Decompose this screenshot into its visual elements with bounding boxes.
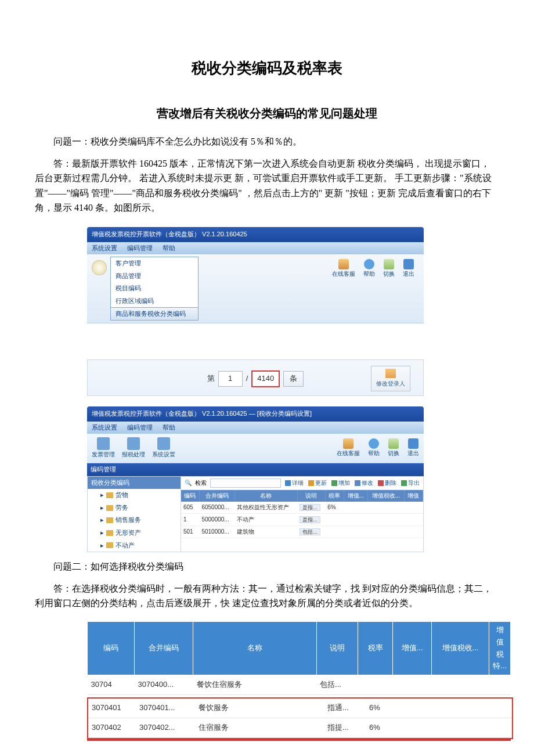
pager-sep: / (246, 373, 248, 385)
toolbar-1: 客户管理 商品管理 税目编码 行政区域编码 商品和服务税收分类编码 在线客服 帮… (87, 254, 424, 323)
toolbar-switch[interactable]: 切换 (383, 259, 395, 279)
toolbar-2: 发票管理 报税处理 系统设置 在线客服 帮助 切换 退出 (87, 434, 424, 463)
edit-button[interactable]: 修改 (355, 478, 373, 488)
col-name[interactable]: 名称 (234, 490, 297, 502)
col-vat2[interactable]: 增值税收... (367, 490, 404, 502)
update-button[interactable]: 更新 (308, 478, 327, 488)
doc-subtitle: 营改增后有关税收分类编码的常见问题处理 (35, 104, 499, 123)
col2-rate[interactable]: 税率 (358, 622, 393, 675)
doc-title: 税收分类编码及税率表 (35, 56, 499, 81)
pager-current[interactable]: 1 (218, 371, 243, 387)
switch-icon (388, 438, 399, 449)
col2-vat1[interactable]: 增值... (393, 622, 431, 675)
col-vat3[interactable]: 增值 (404, 490, 423, 502)
search-input[interactable] (210, 478, 281, 488)
help-icon (364, 259, 374, 269)
table2-row[interactable]: 30704023070402...住宿服务指提...6% (88, 718, 512, 737)
grid-header-row: 编码 合并编码 名称 说明 税率 增值... 增值税收... 增值 (181, 490, 423, 502)
gear-icon (92, 260, 107, 275)
tree-header: 编码管理 (87, 463, 424, 476)
menu-system-settings[interactable]: 系统设置 (92, 244, 117, 251)
toolbar2-help[interactable]: 帮助 (368, 438, 380, 458)
classification-table-highlighted: 30704013070401...餐饮服务指通...6% 30704023070… (88, 699, 512, 738)
tree-panel: 税收分类编码 ▸货物 ▸劳务 ▸销售服务 ▸无形资产 ▸不动产 (88, 477, 181, 552)
user-icon (385, 369, 396, 378)
col2-vat2[interactable]: 增值税收... (431, 622, 489, 675)
col2-code[interactable]: 编码 (88, 622, 135, 675)
dropdown-item-customer[interactable]: 客户管理 (111, 257, 198, 270)
screenshot-software-1: 增值税发票税控开票软件（金税盘版） V2.1.20.160425 系统设置 编码… (87, 227, 424, 552)
table2-row[interactable]: 307043070400...餐饮住宿服务包括... (88, 675, 511, 695)
menu-bar-1: 系统设置 编码管理 帮助 (87, 242, 424, 255)
dropdown-item-taxcode[interactable]: 税目编码 (111, 282, 198, 295)
col-merge[interactable]: 合并编码 (199, 490, 234, 502)
switch-icon (384, 259, 394, 269)
toolbar2-online-service[interactable]: 在线客服 (337, 438, 360, 458)
folder-icon (106, 505, 113, 511)
invoice-icon[interactable] (97, 437, 110, 450)
col-vat1[interactable]: 增值... (344, 490, 367, 502)
grid-row[interactable]: 5015010000...建筑物包括... (181, 525, 423, 538)
col-rate[interactable]: 税率 (325, 490, 344, 502)
menu-help[interactable]: 帮助 (163, 244, 175, 251)
red-underline (87, 739, 511, 741)
tree-root[interactable]: 税收分类编码 (88, 477, 181, 489)
dropdown-item-tax-classification[interactable]: 商品和服务税收分类编码 (110, 307, 199, 321)
grid-row[interactable]: 6056050000...其他权益性无形资产是指...6% (181, 502, 423, 514)
dropdown-item-region[interactable]: 行政区域编码 (111, 295, 198, 308)
grid-row[interactable]: 15000000...不动产是指... (181, 513, 423, 525)
folder-icon (106, 492, 113, 498)
exit-icon (403, 259, 414, 269)
search-icon: 🔍 (185, 478, 192, 488)
toolbar-online-service[interactable]: 在线客服 (332, 259, 355, 279)
classification-table: 编码 合并编码 名称 说明 税率 增值... 增值税收... 增值税特... 3… (87, 621, 511, 695)
col2-desc[interactable]: 说明 (316, 622, 358, 675)
delete-button[interactable]: 删除 (378, 478, 396, 488)
data-grid: 编码 合并编码 名称 说明 税率 增值... 增值税收... 增值 605605… (181, 490, 423, 538)
col-desc[interactable]: 说明 (297, 490, 325, 502)
code-manage-dropdown[interactable]: 客户管理 商品管理 税目编码 行政区域编码 商品和服务税收分类编码 (110, 257, 199, 321)
sys-settings-icon[interactable] (157, 437, 170, 450)
pager-unit: 条 (283, 371, 304, 387)
tree-node-goods[interactable]: ▸货物 (88, 489, 181, 502)
col-code[interactable]: 编码 (181, 490, 199, 502)
menu2-help[interactable]: 帮助 (163, 424, 175, 431)
menu-bar-2: 系统设置 编码管理 帮助 (87, 422, 424, 434)
change-user-button[interactable]: 修改登录人 (371, 366, 410, 391)
tree-node-service[interactable]: ▸销售服务 (88, 514, 181, 527)
pager-area: 第 1 / 4140 条 修改登录人 (87, 359, 424, 396)
dropdown-item-product[interactable]: 商品管理 (111, 270, 198, 283)
table2-row[interactable]: 30704013070401...餐饮服务指通...6% (88, 699, 512, 718)
tree-node-labor[interactable]: ▸劳务 (88, 502, 181, 514)
export-button[interactable]: 导出 (401, 478, 420, 488)
search-bar: 🔍 检索 详细 更新 增加 修改 删除 导出 (181, 477, 423, 490)
window-title-2: 增值税发票税控开票软件（金税盘版） V2.1.20.160425 — [税收分类… (87, 406, 424, 422)
toolbar2-exit[interactable]: 退出 (407, 438, 419, 458)
toolbar-help[interactable]: 帮助 (363, 259, 375, 279)
col2-name[interactable]: 名称 (193, 622, 316, 675)
add-button[interactable]: 增加 (331, 478, 350, 488)
people-icon (338, 259, 349, 269)
folder-icon (106, 517, 113, 523)
pager-label-page: 第 (207, 373, 215, 385)
detail-button[interactable]: 详细 (285, 478, 304, 488)
menu2-code-manage[interactable]: 编码管理 (127, 424, 153, 431)
menu-code-manage[interactable]: 编码管理 (127, 244, 153, 251)
answer-1: 答：最新版开票软件 160425 版本，正常情况下第一次进入系统会自动更新 税收… (35, 156, 499, 215)
tree-node-intangible[interactable]: ▸无形资产 (88, 527, 181, 539)
toolbar2-switch[interactable]: 切换 (388, 438, 399, 458)
window-title-1: 增值税发票税控开票软件（金税盘版） V2.1.20.160425 (87, 227, 424, 242)
answer-2: 答：在选择税收分类编码时，一般有两种方法：其一，通过检索关键字，找 到对应的分类… (35, 581, 499, 611)
folder-icon (106, 542, 113, 548)
menu2-system-settings[interactable]: 系统设置 (92, 424, 117, 431)
search-label: 检索 (195, 478, 207, 488)
col2-vat3[interactable]: 增值税特... (489, 622, 511, 675)
exit-icon (408, 438, 418, 449)
tree-node-realestate[interactable]: ▸不动产 (88, 539, 181, 552)
col2-merge[interactable]: 合并编码 (135, 622, 193, 675)
folder-icon (106, 530, 113, 536)
help-icon (369, 438, 379, 449)
toolbar-exit[interactable]: 退出 (403, 259, 414, 279)
question-1: 问题一：税收分类编码库不全怎么办比如说没有 5％和％的。 (35, 134, 499, 149)
tax-report-icon[interactable] (127, 437, 140, 450)
